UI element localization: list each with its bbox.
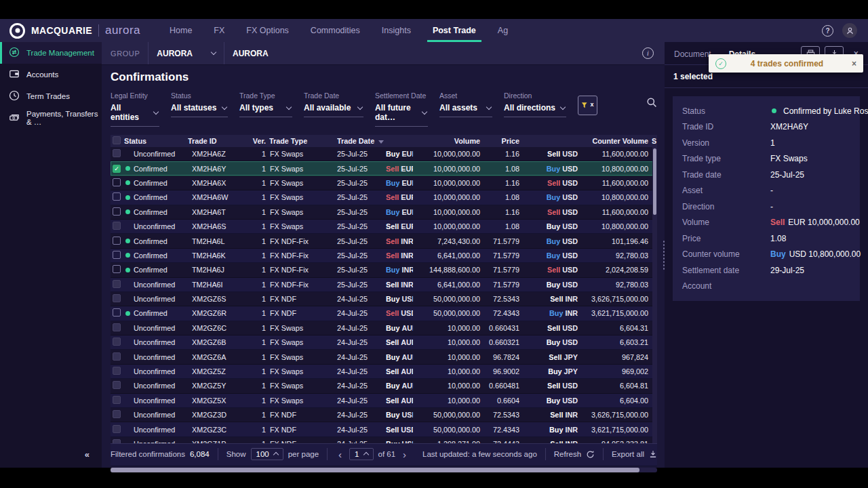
table-row[interactable]: ConfirmedXM2GZ6R1FX NDF24-Jul-25Sell USD… [111,306,657,321]
column-header-counter-volume[interactable]: Counter Volume [581,137,652,145]
table-row[interactable]: UnconfirmedTM2HA6I1FX NDF-Fix25-Jul-25Se… [111,278,657,292]
table-row[interactable]: ConfirmedTM2HA6L1FX NDF-Fix25-Jul-25Sell… [111,234,657,248]
table-row[interactable]: ConfirmedXM2HA6T1FX Swaps25-Jul-25Buy EU… [111,205,657,220]
previous-page-button[interactable]: ‹ [336,449,344,460]
volume-cell: 10,000.00 [413,353,484,361]
filter-value[interactable]: All directions [504,101,566,117]
row-checkbox[interactable] [111,265,124,274]
toast-close-icon[interactable]: × [848,59,856,68]
table-row[interactable]: UnconfirmedXM2GZ5X1FX Swaps24-Jul-25Sell… [111,394,657,408]
table-row[interactable]: ConfirmedXM2HA6W1FX Swaps25-Jul-25Sell E… [111,190,657,205]
filter-status[interactable]: StatusAll statuses [171,92,228,117]
page-size-select[interactable]: 100 [251,448,283,460]
column-header-s[interactable]: S [652,137,657,145]
table-row[interactable]: ConfirmedTM2HA6K1FX NDF-Fix25-Jul-25Sell… [111,249,657,263]
horizontal-scrollbar[interactable] [111,468,657,472]
direction-cell: Buy AUD [386,324,413,332]
filter-value[interactable]: All statuses [171,101,228,117]
next-page-button[interactable]: › [400,449,409,460]
column-header-trade-date[interactable]: Trade Date [337,137,386,145]
row-checkbox[interactable] [111,352,124,362]
table-row[interactable]: UnconfirmedXM2GZ3C1FX NDF24-Jul-25Sell U… [111,422,657,436]
search-icon[interactable] [646,97,657,110]
table-row[interactable]: UnconfirmedXM2GZ5Y1FX Swaps24-Jul-25Buy … [111,379,657,393]
row-checkbox[interactable] [111,396,124,405]
column-header-status[interactable]: Status [124,137,188,145]
row-checkbox[interactable] [111,308,124,318]
filter-asset[interactable]: AssetAll assets [439,92,492,117]
info-icon[interactable]: i [642,47,654,59]
filter-value[interactable]: All types [239,101,292,117]
row-checkbox[interactable] [111,338,124,347]
nav-item-ag[interactable]: Ag [498,19,508,42]
nav-item-home[interactable]: Home [170,19,192,42]
column-header-volume[interactable]: Volume [413,137,484,145]
vertical-scrollbar-thumb[interactable] [653,148,656,215]
filter-direction[interactable]: DirectionAll directions [504,92,566,117]
divider [545,448,546,460]
row-checkbox[interactable] [111,222,124,231]
row-checkbox[interactable] [111,178,124,188]
row-checkbox[interactable] [111,207,124,217]
sidebar-item-term-trades[interactable]: Term Trades [0,85,102,107]
filter-value[interactable]: All available [304,101,363,117]
table-row[interactable]: UnconfirmedXM2GZ6A1FX Swaps24-Jul-25Buy … [111,350,657,364]
table-row[interactable]: UnconfirmedXM2GZ6S1FX NDF24-Jul-25Buy US… [111,292,657,306]
counter-volume-cell: 10,800,000.00 [581,222,652,230]
row-checkbox[interactable] [111,237,124,246]
filter-trade-type[interactable]: Trade TypeAll types [239,92,292,117]
column-header-ver-[interactable]: Ver. [252,137,269,145]
row-checkbox[interactable] [111,192,124,202]
avatar[interactable] [842,23,857,38]
filter-value[interactable]: All future dat… [375,101,428,127]
refresh-button[interactable]: Refresh [554,450,595,459]
nav-item-fx-options[interactable]: FX Options [246,19,289,42]
sidebar-item-accounts[interactable]: Accounts [0,64,102,85]
row-checkbox[interactable] [111,294,124,304]
table-row[interactable]: ConfirmedTM2HA6J1FX NDF-Fix25-Jul-25Buy … [111,263,657,277]
column-header-trade-type[interactable]: Trade Type [269,137,337,145]
page-number-select[interactable]: 1 [349,448,373,460]
trade-date-cell: 25-Jul-25 [337,165,386,173]
export-all-button[interactable]: Export all [612,450,657,458]
sidebar-item-payments-transfers[interactable]: Payments, Transfers & … [0,107,102,129]
table-row[interactable]: UnconfirmedXM2HA6Z1FX Swaps25-Jul-25Buy … [111,147,657,161]
table-row[interactable]: UnconfirmedXM2GZ6B1FX Swaps24-Jul-25Sell… [111,336,657,350]
row-checkbox[interactable] [111,381,124,390]
vertical-scrollbar[interactable] [652,147,657,451]
group-selector[interactable]: AURORA [157,49,216,58]
column-header-trade-id[interactable]: Trade ID [188,137,252,145]
nav-item-fx[interactable]: FX [214,19,224,42]
select-all-checkbox[interactable] [113,136,121,144]
filter-settlement-date[interactable]: Settlement DateAll future dat… [375,92,428,127]
clear-filters-button[interactable]: x [578,96,597,115]
filter-trade-date[interactable]: Trade DateAll available [304,92,363,117]
row-checkbox[interactable] [111,323,124,333]
tab-document[interactable]: Document [674,49,711,59]
table-row[interactable]: UnconfirmedXM2GZ5Z1FX Swaps24-Jul-25Sell… [111,365,657,379]
table-row[interactable]: ConfirmedXM2HA6X1FX Swaps25-Jul-25Buy EU… [111,176,657,190]
sidebar-item-trade-management[interactable]: Trade Management [0,42,102,64]
status-dot [125,166,130,171]
table-row[interactable]: UnconfirmedXM2GZ6C1FX Swaps24-Jul-25Buy … [111,321,657,336]
table-row[interactable]: UnconfirmedXM2HA6S1FX Swaps25-Jul-25Sell… [111,220,657,234]
filter-value[interactable]: All entities [111,101,159,127]
row-checkbox[interactable] [111,280,124,289]
table-row[interactable]: ✓ConfirmedXM2HA6Y1FX Swaps25-Jul-25Sell … [111,161,657,176]
row-checkbox[interactable]: ✓ [111,164,124,173]
row-checkbox[interactable] [111,367,124,376]
sidebar-collapse-button[interactable]: « [85,449,90,460]
nav-item-commodities[interactable]: Commodities [311,19,360,42]
row-checkbox[interactable] [111,425,124,434]
row-checkbox[interactable] [111,251,124,260]
table-row[interactable]: UnconfirmedXM2GZ3D1FX NDF24-Jul-25Buy US… [111,408,657,422]
horizontal-scrollbar-thumb[interactable] [111,468,639,472]
row-checkbox[interactable] [111,149,124,159]
filter-legal-entity[interactable]: Legal EntityAll entities [111,92,159,127]
column-header-price[interactable]: Price [484,137,523,145]
nav-item-post-trade[interactable]: Post Trade [433,19,476,42]
row-checkbox[interactable] [111,410,124,420]
help-icon[interactable]: ? [822,25,833,37]
filter-value[interactable]: All assets [439,101,492,117]
nav-item-insights[interactable]: Insights [382,19,411,42]
